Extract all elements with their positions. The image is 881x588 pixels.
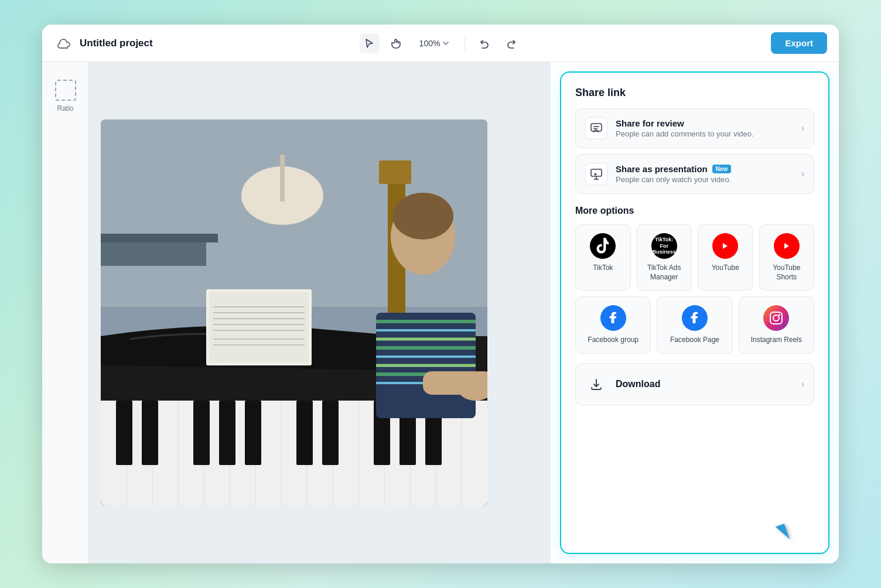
svg-point-44 bbox=[392, 193, 453, 240]
svg-point-63 bbox=[773, 315, 779, 321]
cursor-icon bbox=[365, 38, 374, 49]
tiktok-ads-label: TikTok Ads Manager bbox=[642, 264, 687, 282]
share-presentation-icon-wrap bbox=[585, 163, 607, 185]
social-youtube[interactable]: YouTube bbox=[698, 224, 753, 290]
instagram-label: Instagram Reels bbox=[751, 336, 802, 345]
share-link-title: Share link bbox=[575, 87, 814, 99]
social-facebook-group[interactable]: Facebook group bbox=[575, 296, 651, 354]
piano-scene bbox=[101, 119, 487, 506]
download-icon-wrap bbox=[585, 373, 607, 395]
canvas-area bbox=[89, 62, 551, 563]
tiktok-label: TikTok bbox=[593, 264, 613, 273]
sidebar: Ratio bbox=[42, 62, 89, 563]
redo-button[interactable] bbox=[501, 33, 521, 53]
tiktok-icon bbox=[590, 233, 616, 259]
share-panel: Share link Share for review People can a… bbox=[560, 71, 829, 554]
comment-icon bbox=[590, 122, 603, 135]
app-window: Untitled project 100% bbox=[42, 25, 839, 563]
facebook-page-icon bbox=[682, 305, 708, 331]
svg-rect-36 bbox=[219, 401, 235, 465]
social-grid-row1: TikTok TikTok:ForBusiness TikTok Ads Man… bbox=[575, 224, 814, 290]
export-button[interactable]: Export bbox=[771, 32, 827, 54]
youtube-shorts-label: YouTube Shorts bbox=[764, 264, 810, 282]
svg-rect-62 bbox=[770, 312, 782, 324]
header-center: 100% bbox=[360, 33, 522, 53]
cloud-icon bbox=[57, 38, 70, 49]
social-facebook-page[interactable]: Facebook Page bbox=[657, 296, 732, 354]
instagram-icon bbox=[763, 305, 789, 331]
share-review-card[interactable]: Share for review People can add comments… bbox=[575, 108, 814, 148]
share-presentation-title: Share as presentation New bbox=[616, 164, 793, 174]
header: Untitled project 100% bbox=[42, 25, 839, 62]
svg-rect-59 bbox=[591, 169, 602, 176]
svg-rect-7 bbox=[101, 234, 218, 242]
tiktok-ads-icon: TikTok:ForBusiness bbox=[651, 233, 677, 259]
download-chevron: › bbox=[801, 379, 804, 389]
facebook-page-label: Facebook Page bbox=[670, 336, 719, 345]
download-card[interactable]: Download › bbox=[575, 363, 814, 405]
select-tool-button[interactable] bbox=[360, 33, 380, 53]
hand-icon bbox=[391, 38, 402, 49]
hand-tool-button[interactable] bbox=[387, 33, 407, 53]
sidebar-ratio-label: Ratio bbox=[57, 104, 73, 112]
share-review-desc: People can add comments to your video. bbox=[616, 129, 793, 138]
facebook-group-label: Facebook group bbox=[588, 336, 638, 345]
svg-rect-38 bbox=[296, 401, 313, 465]
share-presentation-desc: People can only watch your video. bbox=[616, 175, 793, 184]
youtube-icon bbox=[712, 233, 738, 259]
download-icon bbox=[590, 378, 603, 391]
share-review-chevron: › bbox=[801, 123, 804, 134]
ratio-icon bbox=[55, 80, 76, 101]
svg-rect-33 bbox=[116, 401, 132, 465]
share-presentation-chevron: › bbox=[801, 169, 804, 179]
svg-rect-10 bbox=[209, 292, 309, 363]
svg-point-64 bbox=[778, 314, 780, 316]
share-review-text: Share for review People can add comments… bbox=[616, 118, 793, 138]
social-tiktok-ads[interactable]: TikTok:ForBusiness TikTok Ads Manager bbox=[637, 224, 692, 290]
social-youtube-shorts[interactable]: YouTube Shorts bbox=[759, 224, 815, 290]
chevron-down-icon bbox=[442, 40, 449, 47]
social-instagram[interactable]: Instagram Reels bbox=[739, 296, 814, 354]
youtube-shorts-icon bbox=[774, 233, 800, 259]
canvas-image bbox=[101, 119, 487, 506]
download-label: Download bbox=[616, 379, 793, 389]
youtube-label: YouTube bbox=[712, 264, 739, 273]
social-grid-row2: Facebook group Facebook Page bbox=[575, 296, 814, 354]
undo-button[interactable] bbox=[474, 33, 494, 53]
share-presentation-text: Share as presentation New People can onl… bbox=[616, 164, 793, 184]
svg-rect-3 bbox=[280, 155, 285, 201]
zoom-level: 100% bbox=[419, 39, 440, 48]
svg-rect-34 bbox=[142, 401, 158, 465]
share-review-icon-wrap bbox=[585, 117, 607, 139]
more-options-title: More options bbox=[575, 206, 814, 216]
main-content: Ratio bbox=[42, 62, 839, 563]
yt-play-icon bbox=[719, 241, 732, 251]
social-tiktok[interactable]: TikTok bbox=[575, 224, 631, 290]
svg-rect-37 bbox=[245, 401, 261, 465]
zoom-selector[interactable]: 100% bbox=[414, 35, 456, 52]
presentation-icon bbox=[590, 167, 603, 180]
share-presentation-card[interactable]: Share as presentation New People can onl… bbox=[575, 154, 814, 194]
project-title: Untitled project bbox=[80, 37, 153, 49]
svg-rect-39 bbox=[322, 401, 339, 465]
new-badge: New bbox=[712, 165, 732, 173]
svg-rect-35 bbox=[193, 401, 210, 465]
undo-icon bbox=[479, 38, 490, 49]
sidebar-item-ratio[interactable]: Ratio bbox=[45, 74, 86, 118]
redo-icon bbox=[506, 38, 517, 49]
svg-rect-5 bbox=[379, 160, 411, 184]
yt-shorts-play-icon bbox=[780, 241, 793, 251]
cursor-arrow bbox=[776, 524, 790, 542]
facebook-group-icon bbox=[600, 305, 626, 331]
header-divider bbox=[465, 35, 465, 52]
share-review-title: Share for review bbox=[616, 118, 793, 128]
cloud-save-button[interactable] bbox=[54, 33, 74, 53]
header-left: Untitled project bbox=[54, 33, 360, 53]
header-right: Export bbox=[521, 32, 827, 54]
